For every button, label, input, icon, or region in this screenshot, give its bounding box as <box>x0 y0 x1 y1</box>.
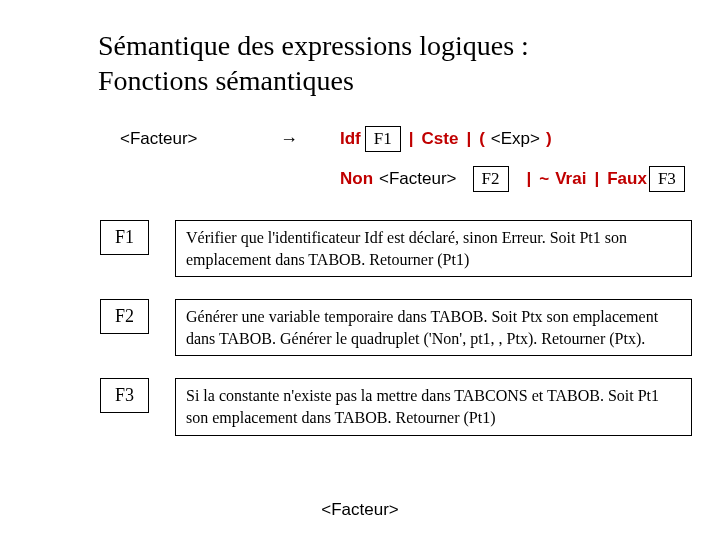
rule-row-f1: F1 Vérifier que l'identificateur Idf est… <box>102 220 692 277</box>
grammar-row-1: <Facteur> → Idf F1 | Cste | ( <Exp> ) <box>120 126 672 152</box>
rule-tag-left: F1 <box>102 220 149 255</box>
tag-f3-inline: F3 <box>649 166 685 192</box>
token-idf: Idf <box>340 129 361 149</box>
token-cste: Cste <box>422 129 459 149</box>
rule-tag-left: F3 <box>102 378 149 413</box>
grammar-rhs-2: Non <Facteur> F2 | ~Vrai | Faux F3 <box>340 166 685 192</box>
bar-4: | <box>592 169 601 189</box>
title-line-1: Sémantique des expressions logiques : <box>98 30 529 61</box>
rule-text-f3: Si la constante n'existe pas la mettre d… <box>175 378 692 435</box>
rule-row-f2: F2 Générer une variable temporaire dans … <box>102 299 692 356</box>
token-faux: Faux <box>607 169 647 189</box>
rule-text-f2: Générer une variable temporaire dans TAB… <box>175 299 692 356</box>
grammar-row-2: Non <Facteur> F2 | ~Vrai | Faux F3 <box>120 166 672 192</box>
tag-f2-inline: F2 <box>473 166 509 192</box>
slide-title: Sémantique des expressions logiques : Fo… <box>98 28 672 98</box>
rule-row-f3: F3 Si la constante n'existe pas la mettr… <box>102 378 692 435</box>
footer-label: <Facteur> <box>0 500 720 520</box>
token-facteur: <Facteur> <box>379 169 457 189</box>
title-line-2: Fonctions sémantiques <box>98 65 354 96</box>
slide: Sémantique des expressions logiques : Fo… <box>0 0 720 540</box>
token-exp: <Exp> <box>491 129 540 149</box>
bar-1: | <box>407 129 416 149</box>
bar-3: | <box>525 169 534 189</box>
rule-tag-f1: F1 <box>100 220 149 255</box>
token-tilde-1: ~ <box>539 169 549 189</box>
tag-f1-inline: F1 <box>365 126 401 152</box>
arrow-icon: → <box>280 129 340 150</box>
rules-list: F1 Vérifier que l'identificateur Idf est… <box>102 220 692 436</box>
token-non: Non <box>340 169 373 189</box>
rule-tag-left: F2 <box>102 299 149 334</box>
grammar-lhs: <Facteur> <box>120 129 280 149</box>
rule-text-f1: Vérifier que l'identificateur Idf est dé… <box>175 220 692 277</box>
grammar-block: <Facteur> → Idf F1 | Cste | ( <Exp> ) No… <box>120 126 672 192</box>
token-vrai: Vrai <box>555 169 586 189</box>
rule-tag-f2: F2 <box>100 299 149 334</box>
token-paren-close: ) <box>546 129 552 149</box>
rule-tag-f3: F3 <box>100 378 149 413</box>
bar-2: | <box>464 129 473 149</box>
token-paren-open: ( <box>479 129 485 149</box>
grammar-rhs-1: Idf F1 | Cste | ( <Exp> ) <box>340 126 672 152</box>
